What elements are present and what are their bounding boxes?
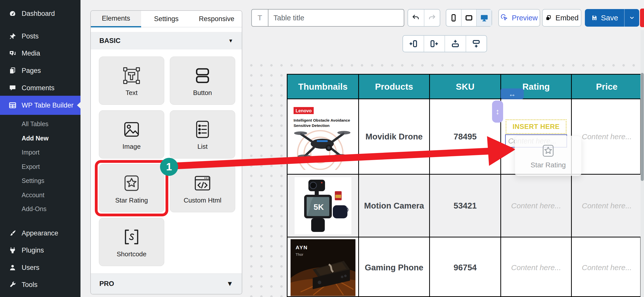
cell-price[interactable]: Content here... [572,175,642,237]
sidebar-item-dashboard[interactable]: Dashboard [0,6,80,22]
cell-price[interactable]: Content here... [572,99,642,175]
cell-thumbnail-drone[interactable]: Lenovo Intelligent Obstacle Avoidance Se… [288,99,359,175]
star-rating-drag-ghost[interactable]: Star Rating [515,136,582,176]
cell-thumbnail-phone[interactable]: AYN Thor [288,237,359,297]
star-rating-ghost-icon [540,142,556,159]
undo-button[interactable] [408,10,424,26]
title-prefix: T [252,10,268,26]
basic-section-header[interactable]: BASIC ▼ [91,32,242,49]
preview-button[interactable]: Preview [498,9,540,27]
sidebar-item-appearance[interactable]: Appearance [0,225,80,241]
sidebar-item-comments[interactable]: Comments [0,80,80,96]
insert-column-right-button[interactable] [424,36,445,52]
placeholder-text: Content here... [582,263,632,272]
sidebar-item-posts[interactable]: Posts [0,28,80,44]
column-header-thumbnails[interactable]: Thumbnails [288,75,359,99]
cell-price[interactable]: Content here... [572,237,642,297]
product-name: Gaming Phone [365,263,423,272]
sidebar-item-plugins[interactable]: Plugins [0,242,80,258]
panel-tabs: Elements Settings Responsive [91,11,242,27]
cell-product-name[interactable]: Movidik Drone [359,99,430,175]
section-title: PRO [99,280,114,288]
column-resize-handle[interactable]: ↔ [501,88,524,99]
sidebar-item-label: Tools [22,281,37,289]
header-label: Products [375,82,413,92]
insert-column-left-button[interactable] [403,36,424,52]
cell-rating[interactable]: Content here... [501,175,572,237]
element-card-button[interactable]: Button [170,57,235,105]
drone-product-image: Lenovo Intelligent Obstacle Avoidance Se… [291,104,355,170]
subitem-label: Account [22,191,44,199]
column-header-products[interactable]: Products [359,75,430,99]
wrench-icon [9,281,17,289]
tablet-view-button[interactable] [461,10,476,26]
element-card-grid: Text Button Image List Star Rating [91,49,242,57]
sidebar-item-users[interactable]: Users [0,260,80,276]
tab-settings[interactable]: Settings [141,11,191,27]
sidebar-subitem-add-new[interactable]: Add New [0,132,80,144]
element-card-custom-html[interactable]: Custom Html [170,164,235,212]
save-dropdown-button[interactable] [624,9,639,27]
insert-row-above-button[interactable] [445,36,466,52]
tab-elements[interactable]: Elements [91,11,141,27]
ghost-label: Star Rating [531,161,566,169]
collapse-icon: ▼ [228,38,233,44]
sidebar-subitem-settings[interactable]: Settings [0,175,80,186]
element-card-list[interactable]: List [170,110,235,159]
subitem-label: Add New [22,135,49,142]
history-group [408,9,440,27]
insert-column-left-icon [409,39,418,48]
sidebar-item-pages[interactable]: Pages [0,63,80,79]
subitem-label: Settings [22,177,44,184]
cell-sku[interactable]: 53421 [430,175,501,237]
user-icon [9,264,17,272]
comment-icon [9,84,17,92]
mobile-view-button[interactable] [446,10,461,26]
pro-section-header[interactable]: PRO ▼ [91,273,242,294]
sidebar-item-tools[interactable]: Tools [0,277,80,293]
sidebar-subitem-export[interactable]: Export [0,161,80,172]
cell-product-name[interactable]: Motion Camera [359,175,430,237]
vertical-scrollbar-thumb[interactable] [641,73,644,181]
sidebar-subitem-import[interactable]: Import [0,146,80,158]
insert-row-below-button[interactable] [466,36,487,52]
sidebar-subitem-add-ons[interactable]: Add-Ons [0,203,80,215]
redo-button[interactable] [424,10,440,26]
save-button[interactable]: Save [585,14,624,22]
table-editor: Thumbnails Products SKU Rating Price Len… [287,74,641,297]
element-card-text[interactable]: Text [99,57,164,105]
header-label: SKU [456,82,474,92]
sidebar-item-wp-table-builder[interactable]: WP Table Builder [0,96,80,115]
tab-responsive[interactable]: Responsive [191,11,242,27]
sidebar-subitem-all-tables[interactable]: All Tables [0,118,80,130]
svg-text:5K: 5K [313,203,324,212]
element-card-image[interactable]: Image [99,110,164,159]
element-card-star-rating[interactable]: Star Rating [99,164,164,212]
chevron-down-icon [629,15,635,21]
element-card-shortcode[interactable]: Shortcode [99,218,164,266]
cell-rating[interactable]: Content here... [501,237,572,297]
product-name: Movidik Drone [366,132,423,141]
sidebar-item-label: Posts [22,32,39,40]
column-header-price[interactable]: Price [572,75,642,99]
current-menu-arrow [77,102,80,109]
tab-label: Settings [154,15,179,23]
offscreen-annotation-fragment [640,9,644,27]
pin-icon [9,32,17,40]
sidebar-subitem-account[interactable]: Account [0,189,80,201]
elements-panel: Elements Settings Responsive BASIC ▼ Tex… [90,10,242,294]
svg-text:Intelligent Obstacle Avoidance: Intelligent Obstacle Avoidance [294,118,350,122]
row-drag-handle[interactable]: ↕ [492,101,503,123]
table-title-input[interactable] [268,10,404,26]
desktop-view-button[interactable] [476,10,492,26]
cell-sku[interactable]: 96754 [430,237,501,297]
column-header-sku[interactable]: SKU [430,75,501,99]
cell-thumbnail-camera[interactable]: 5K [288,175,359,237]
cell-product-name[interactable]: Gaming Phone [359,237,430,297]
dashboard-icon [9,10,17,18]
cell-sku[interactable]: 78495 [430,99,501,175]
subitem-label: Add-Ons [22,205,47,213]
embed-button[interactable]: Embed [542,9,581,27]
sidebar-item-media[interactable]: Media [0,45,80,61]
phone-product-image: AYN Thor [291,239,355,296]
